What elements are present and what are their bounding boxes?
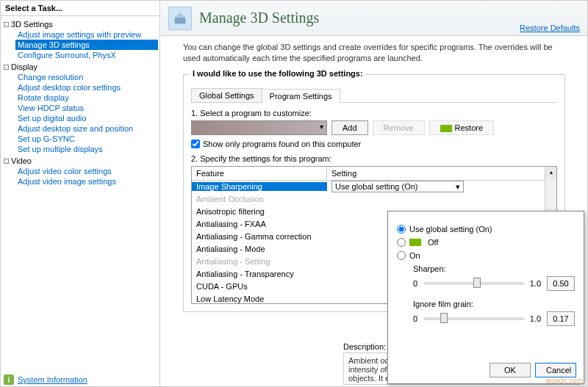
tree-item[interactable]: Set up multiple displays [15,144,158,154]
system-information-link[interactable]: i System Information [4,375,87,385]
radio-off[interactable]: Off [397,238,575,247]
tab-program-settings[interactable]: Program Settings [262,89,340,103]
tree-item[interactable]: Adjust desktop color settings [15,82,158,93]
restore-defaults-link[interactable]: Restore Defaults [520,23,580,32]
radio-on[interactable]: On [397,251,575,260]
tree-item[interactable]: View HDCP status [15,103,158,113]
title-bar: Manage 3D Settings Restore Defaults [161,1,587,36]
step-1-label: 1. Select a program to customize: [191,109,557,117]
col-setting: Setting [327,167,556,180]
sharpen-min: 0 [413,279,417,288]
radio-use-global[interactable]: Use global setting (On) [397,225,575,234]
col-feature: Feature [192,167,327,180]
grid-row[interactable]: Image SharpeningUse global setting (On) [192,181,556,193]
sharpen-slider[interactable] [423,282,524,285]
scroll-up-icon[interactable]: ▴ [545,167,556,178]
nvidia-icon [409,239,421,246]
tree-item[interactable]: Set up digital audio [15,113,158,123]
tree-category[interactable]: -Display [2,62,158,72]
tree-item[interactable]: Adjust image settings with preview [15,29,158,40]
nvidia-icon [440,125,452,132]
ok-button[interactable]: OK [490,363,531,377]
grid-row[interactable]: Ambient Occlusion [192,193,556,206]
tree-item[interactable]: Configure Surround, PhysX [15,50,158,60]
show-only-found-checkbox[interactable]: Show only programs found on this compute… [191,140,557,148]
group-label: I would like to use the following 3D set… [190,69,366,78]
restore-button: Restore [429,120,495,135]
sharpen-value: 0.50 [547,276,575,291]
sharpen-label: Sharpen: [413,264,575,273]
settings-3d-icon [168,7,192,30]
grain-slider[interactable] [423,317,524,320]
tree-item[interactable]: Rotate display [15,93,158,103]
task-header: Select a Task... [1,1,159,16]
info-icon: i [4,375,14,385]
page-title: Manage 3D Settings [199,10,319,26]
tree-item[interactable]: Set up G-SYNC [15,134,158,144]
tree-category[interactable]: -Video [2,156,158,166]
sidebar: Select a Task... -3D SettingsAdjust imag… [1,1,160,387]
step-2-label: 2. Specify the settings for this program… [191,154,557,163]
grain-min: 0 [413,314,417,323]
tree-item[interactable]: Adjust desktop size and position [15,123,158,134]
tab-global-settings[interactable]: Global Settings [191,88,262,102]
remove-button: Remove [373,120,425,135]
add-button[interactable]: Add [331,120,368,135]
show-only-found-label: Show only programs found on this compute… [203,140,361,148]
grid-header: Feature Setting [192,167,556,181]
tree-category[interactable]: -3D Settings [2,19,158,29]
svg-marker-1 [175,12,186,17]
sharpen-max: 1.0 [530,279,541,288]
step-1: 1. Select a program to customize: Add Re… [191,109,557,148]
show-only-found-input[interactable] [191,140,200,148]
tree-item[interactable]: Manage 3D settings [15,40,158,50]
task-tree: -3D SettingsAdjust image settings with p… [1,16,159,191]
watermark: wsxdn.com [546,377,583,385]
cancel-button[interactable]: Cancel [535,363,576,377]
expand-icon: - [4,65,9,70]
system-information-label: System Information [18,375,87,384]
tree-item[interactable]: Adjust video color settings [15,166,158,176]
setting-dropdown[interactable]: Use global setting (On) [331,181,464,192]
expand-icon: - [4,22,9,27]
grain-max: 1.0 [530,314,541,323]
svg-rect-0 [175,18,186,23]
tab-strip: Global Settings Program Settings [191,88,557,103]
program-select[interactable] [191,120,327,135]
expand-icon: - [4,159,9,164]
grain-label: Ignore film grain: [413,300,575,308]
grain-value: 0.17 [547,311,575,326]
sharpening-popup: Use global setting (On) Off On Sharpen: … [387,211,584,384]
tree-item[interactable]: Adjust video image settings [15,176,158,187]
tree-item[interactable]: Change resolution [15,72,158,82]
intro-text: You can change the global 3D settings an… [161,36,587,70]
